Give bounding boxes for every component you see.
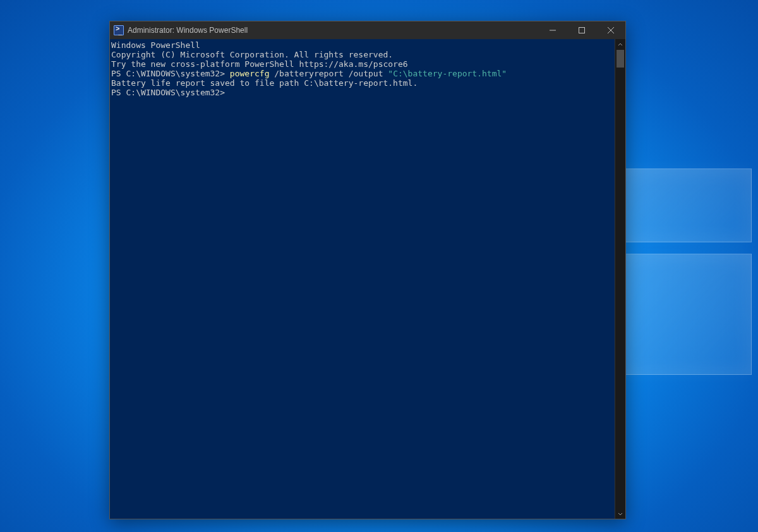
vertical-scrollbar[interactable] [615, 39, 625, 519]
desktop-background: Administrator: Windows PowerShell Window… [0, 0, 758, 532]
powershell-window: Administrator: Windows PowerShell Window… [109, 21, 626, 519]
minimize-button[interactable] [538, 21, 567, 39]
svg-rect-1 [579, 28, 585, 33]
terminal-line: Copyright (C) Microsoft Corporation. All… [110, 50, 615, 59]
terminal-prompt: PS C:\WINDOWS\system32> [110, 88, 615, 97]
command-string-arg: "C:\battery-report.html" [388, 69, 507, 78]
command-args: /batteryreport /output [269, 69, 388, 78]
scroll-thumb[interactable] [617, 50, 624, 68]
window-titlebar[interactable]: Administrator: Windows PowerShell [110, 21, 625, 39]
terminal-command-line: PS C:\WINDOWS\system32> powercfg /batter… [110, 69, 615, 78]
maximize-button[interactable] [567, 21, 596, 39]
scroll-track[interactable] [615, 50, 625, 508]
scroll-down-button[interactable] [615, 508, 625, 519]
terminal-output[interactable]: Windows PowerShellCopyright (C) Microsof… [110, 39, 615, 519]
scroll-up-button[interactable] [615, 39, 625, 50]
powershell-icon [114, 25, 124, 35]
terminal-line: Try the new cross-platform PowerShell ht… [110, 59, 615, 69]
prompt-prefix: PS C:\WINDOWS\system32> [111, 69, 230, 78]
window-client-area: Windows PowerShellCopyright (C) Microsof… [110, 39, 625, 519]
command-name: powercfg [230, 69, 270, 78]
terminal-line: Windows PowerShell [110, 40, 615, 50]
close-button[interactable] [596, 21, 625, 39]
terminal-line: Battery life report saved to file path C… [110, 78, 615, 88]
window-title: Administrator: Windows PowerShell [128, 26, 248, 35]
